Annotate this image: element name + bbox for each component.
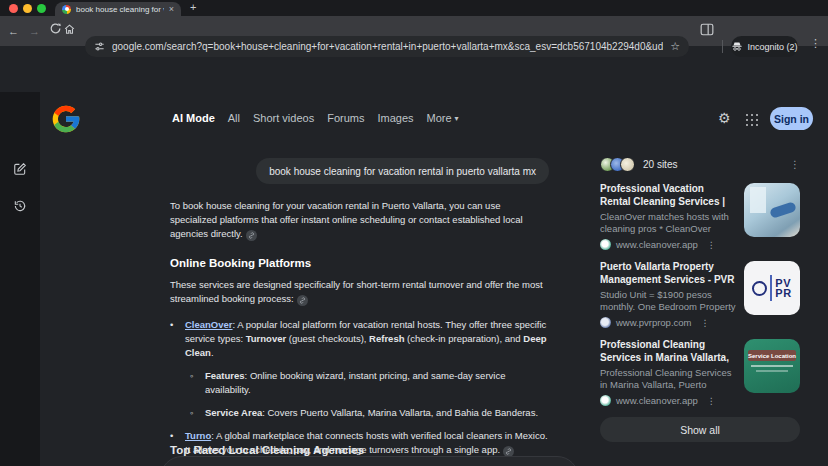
- cleanover-favicon-icon: [600, 239, 611, 250]
- section-intro: These services are designed specifically…: [170, 278, 549, 306]
- result-source-url[interactable]: www.cleanover.app: [616, 239, 698, 250]
- list-item-text: (guest checkouts),: [286, 333, 369, 344]
- result-thumbnail[interactable]: Service Location: [744, 339, 800, 393]
- section-intro-text: These services are designed specifically…: [170, 279, 543, 304]
- turno-link[interactable]: Turno: [185, 430, 211, 441]
- browser-window: { "browser": { "tab_title": "book house …: [0, 0, 828, 466]
- browser-tab[interactable]: book house cleaning for vaca ×: [55, 2, 181, 16]
- result-source-url[interactable]: www.pvrprop.com: [616, 317, 692, 328]
- toolbar-separator: [722, 40, 723, 53]
- sites-summary-row[interactable]: 20 sites ⋮: [600, 156, 800, 173]
- incognito-badge[interactable]: Incognito (2): [731, 36, 798, 57]
- bold-term: Refresh: [369, 333, 404, 344]
- result-thumbnail[interactable]: [744, 183, 800, 237]
- tab-more-label: More: [427, 112, 452, 124]
- tab-all[interactable]: All: [228, 112, 240, 124]
- google-logo[interactable]: [50, 103, 82, 135]
- result-description: Professional Cleaning Services in Marina…: [600, 367, 736, 391]
- home-icon[interactable]: [63, 23, 76, 36]
- result-menu-icon[interactable]: ⋮: [707, 396, 716, 406]
- sign-in-button[interactable]: Sign in: [770, 107, 813, 130]
- new-chat-compose-icon[interactable]: [13, 162, 27, 176]
- result-menu-icon[interactable]: ⋮: [707, 240, 716, 250]
- section-heading: Online Booking Platforms: [170, 257, 549, 269]
- settings-gear-icon[interactable]: ⚙: [718, 111, 731, 126]
- incognito-icon: [731, 41, 743, 52]
- sites-count-label: 20 sites: [643, 159, 790, 170]
- result-title[interactable]: Professional Vacation Rental Cleaning Se…: [600, 183, 736, 209]
- bookmark-star-icon[interactable]: ☆: [670, 40, 680, 53]
- platform-list: • CleanOver: A popular local platform fo…: [170, 318, 549, 457]
- tab-forums[interactable]: Forums: [327, 112, 364, 124]
- list-item: ◦ Features: Online booking wizard, insta…: [190, 369, 549, 397]
- sites-panel: 20 sites ⋮ Professional Vacation Rental …: [600, 156, 800, 442]
- cleanover-favicon-icon: [600, 395, 611, 406]
- citation-link-icon[interactable]: [246, 230, 257, 241]
- citation-link-icon[interactable]: [297, 295, 308, 306]
- bold-term: Features: [205, 370, 245, 381]
- result-description: CleanOver matches hosts with cleaning pr…: [600, 211, 736, 235]
- result-menu-icon[interactable]: ⋮: [701, 318, 710, 328]
- cleanover-link[interactable]: CleanOver: [185, 319, 233, 330]
- minimize-window-button[interactable]: [23, 4, 32, 13]
- sub-bullet-icon: ◦: [190, 369, 196, 397]
- site-favicon-cluster: [600, 157, 635, 172]
- list-item: ◦ Service Area: Covers Puerto Vallarta, …: [190, 406, 549, 420]
- results-nav: AI Mode All Short videos Forums Images M…: [172, 112, 459, 124]
- site-favicon-icon: [620, 157, 635, 172]
- url-text[interactable]: google.com/search?q=book+house+cleaning+…: [112, 41, 663, 52]
- show-all-button[interactable]: Show all: [600, 417, 800, 442]
- ask-anything-input[interactable]: Ask anything +: [160, 456, 579, 466]
- browser-menu-icon[interactable]: ⋮: [810, 37, 821, 50]
- tab-ai-mode[interactable]: AI Mode: [172, 112, 215, 124]
- panel-menu-icon[interactable]: ⋮: [790, 159, 800, 170]
- reload-icon[interactable]: [49, 22, 62, 35]
- sub-list: ◦ Features: Online booking wizard, insta…: [170, 369, 549, 420]
- list-item-text: : Online booking wizard, instant pricing…: [205, 370, 505, 395]
- pvr-logo-letters: PVPR: [775, 278, 791, 299]
- result-source-url[interactable]: www.cleanover.app: [616, 395, 698, 406]
- pvr-logo-ring: [752, 281, 767, 296]
- tab-images[interactable]: Images: [377, 112, 413, 124]
- result-description: Studio Unit = $1900 pesos monthly. One B…: [600, 289, 736, 313]
- answer-intro: To book house cleaning for your vacation…: [170, 199, 549, 241]
- list-item: • Turno: A global marketplace that conne…: [170, 429, 549, 457]
- forward-icon[interactable]: →: [29, 24, 40, 38]
- google-apps-grid-icon[interactable]: [746, 114, 759, 127]
- tab-favicon-icon: [62, 5, 71, 14]
- pvr-logo-bar: [770, 275, 772, 301]
- bullet-icon: •: [170, 429, 176, 457]
- tab-title: book house cleaning for vaca: [76, 5, 164, 14]
- close-tab-icon[interactable]: ×: [169, 5, 174, 14]
- bullet-icon: •: [170, 318, 176, 360]
- answer-intro-text: To book house cleaning for your vacation…: [170, 200, 523, 239]
- close-window-button[interactable]: [9, 4, 18, 13]
- result-thumbnail[interactable]: PVPR: [744, 261, 800, 315]
- incognito-label: Incognito (2): [747, 42, 797, 52]
- user-query-pill[interactable]: book house cleaning for vacation rental …: [256, 158, 549, 184]
- fullscreen-window-button[interactable]: [37, 4, 46, 13]
- url-bar[interactable]: google.com/search?q=book+house+cleaning+…: [85, 36, 689, 57]
- back-icon[interactable]: ←: [8, 24, 19, 38]
- tab-strip: book house cleaning for vaca × +: [0, 0, 828, 16]
- result-card[interactable]: Puerto Vallarta Property Management Serv…: [600, 261, 800, 328]
- search-tune-icon[interactable]: [94, 41, 105, 52]
- pvrprop-favicon-icon: [600, 317, 611, 328]
- bold-term: Service Area: [205, 407, 262, 418]
- tab-short-videos[interactable]: Short videos: [253, 112, 314, 124]
- side-panel-icon[interactable]: [700, 23, 714, 36]
- chevron-down-icon: ▾: [455, 114, 459, 123]
- sub-bullet-icon: ◦: [190, 406, 196, 420]
- list-item-text: : Covers Puerto Vallarta, Marina Vallart…: [262, 407, 538, 418]
- new-tab-button[interactable]: +: [190, 1, 196, 13]
- result-title[interactable]: Professional Cleaning Services in Marina…: [600, 339, 736, 365]
- result-title[interactable]: Puerto Vallarta Property Management Serv…: [600, 261, 736, 287]
- result-card[interactable]: Professional Vacation Rental Cleaning Se…: [600, 183, 800, 250]
- tab-more[interactable]: More ▾: [427, 112, 459, 124]
- list-item-text: (check-in preparation), and: [404, 333, 523, 344]
- service-location-label: Service Location: [748, 350, 796, 361]
- history-icon[interactable]: [13, 199, 27, 213]
- side-rail: [0, 92, 40, 466]
- bold-term: Turnover: [246, 333, 286, 344]
- result-card[interactable]: Professional Cleaning Services in Marina…: [600, 339, 800, 406]
